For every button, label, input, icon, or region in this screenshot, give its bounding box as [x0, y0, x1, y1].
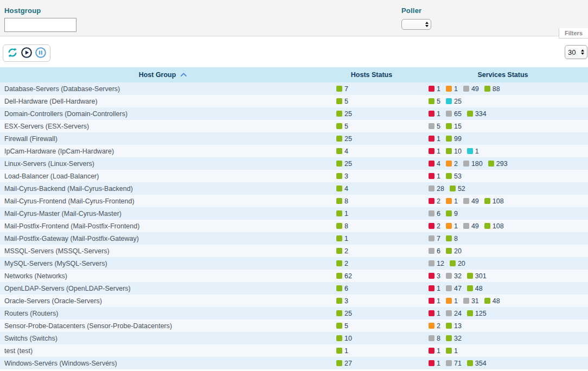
status-green[interactable]: 354	[467, 360, 487, 367]
hostgroup-name[interactable]: Database-Servers (Database-Servers)	[0, 85, 325, 93]
hostgroup-name[interactable]: Switchs (Switchs)	[0, 335, 325, 342]
hostgroup-name[interactable]: Mail-Postfix-Gateway (Mail-Postfix-Gatew…	[0, 235, 325, 242]
hostgroup-name[interactable]: Networks (Networks)	[0, 272, 325, 280]
hostgroup-name[interactable]: Mail-Cyrus-Master (Mail-Cyrus-Master)	[0, 210, 325, 218]
status-green[interactable]: 1	[336, 347, 348, 355]
status-red[interactable]: 1	[429, 110, 440, 118]
status-green[interactable]: 9	[446, 210, 458, 218]
hostgroup-name[interactable]: IpCam-Hardware (IpCam-Hardware)	[0, 148, 325, 155]
hostgroup-input[interactable]	[4, 18, 76, 32]
status-red[interactable]: 3	[429, 272, 440, 280]
status-green[interactable]: 5	[336, 123, 348, 130]
status-green[interactable]: 5	[336, 322, 348, 330]
status-orange[interactable]: 1	[446, 222, 458, 230]
status-green[interactable]: 4	[336, 185, 348, 193]
status-green[interactable]: 25	[336, 110, 352, 118]
hostgroup-name[interactable]: OpenLDAP-Servers (OpenLDAP-Servers)	[0, 285, 325, 292]
status-gray[interactable]: 49	[463, 197, 479, 205]
hostgroup-name[interactable]: Mail-Postfix-Frontend (Mail-Postfix-Fron…	[0, 222, 325, 230]
status-green[interactable]: 62	[336, 272, 352, 280]
status-green[interactable]: 13	[446, 322, 462, 330]
status-gray[interactable]: 47	[446, 285, 462, 292]
status-orange[interactable]: 1	[446, 85, 458, 93]
status-gray[interactable]: 12	[429, 260, 444, 267]
status-red[interactable]: 4	[429, 160, 440, 168]
hostgroup-name[interactable]: Windows-Servérs (Windows-Servérs)	[0, 360, 325, 367]
status-green[interactable]: 8	[336, 222, 348, 230]
play-button[interactable]	[20, 47, 33, 60]
status-green[interactable]: 20	[446, 247, 462, 255]
status-green[interactable]: 6	[336, 285, 348, 292]
status-orange[interactable]: 2	[429, 322, 440, 330]
hostgroup-name[interactable]: ESX-Servers (ESX-Servers)	[0, 123, 325, 130]
refresh-button[interactable]	[6, 47, 19, 60]
status-green[interactable]: 48	[467, 285, 483, 292]
status-gray[interactable]: 65	[446, 110, 462, 118]
filters-tab[interactable]: Filters	[559, 28, 588, 39]
status-green[interactable]: 5	[429, 98, 440, 105]
status-gray[interactable]: 6	[429, 247, 440, 255]
status-gray[interactable]: 7	[429, 235, 440, 242]
hostgroup-name[interactable]: MSSQL-Servers (MSSQL-Servers)	[0, 247, 325, 255]
hostgroup-name[interactable]: Routers (Routers)	[0, 310, 325, 317]
hostgroup-name[interactable]: Domain-Controllers (Domain-Controllers)	[0, 110, 325, 118]
status-red[interactable]: 1	[429, 148, 440, 155]
status-green[interactable]: 1	[336, 235, 348, 242]
column-header-services-status[interactable]: Services Status	[418, 71, 588, 79]
status-green[interactable]: 48	[484, 297, 500, 305]
hostgroup-name[interactable]: Mail-Cyrus-Backend (Mail-Cyrus-Backend)	[0, 185, 325, 193]
column-header-host-group[interactable]: Host Group	[0, 71, 325, 79]
status-gray[interactable]: 71	[446, 360, 462, 367]
status-green[interactable]: 10	[336, 335, 352, 342]
status-green[interactable]: 15	[446, 123, 462, 130]
status-gray[interactable]: 31	[463, 297, 479, 305]
hostgroup-name[interactable]: Firewall (Firewall)	[0, 135, 325, 143]
status-orange[interactable]: 1	[446, 197, 458, 205]
hostgroup-name[interactable]: Sensor-Probe-Datacenters (Sensor-Probe-D…	[0, 322, 325, 330]
status-gray[interactable]: 24	[446, 310, 462, 317]
status-red[interactable]: 1	[429, 310, 440, 317]
status-red[interactable]: 1	[429, 172, 440, 180]
status-green[interactable]: 108	[484, 197, 504, 205]
hostgroup-name[interactable]: Linux-Servers (Linux-Servers)	[0, 160, 325, 168]
hostgroup-name[interactable]: MySQL-Servers (MySQL-Servers)	[0, 260, 325, 267]
status-green[interactable]: 8	[336, 197, 348, 205]
status-gray[interactable]: 5	[429, 123, 440, 130]
status-green[interactable]: 3	[336, 172, 348, 180]
pause-button[interactable]	[34, 47, 47, 60]
status-green[interactable]: 2	[336, 247, 348, 255]
status-red[interactable]: 2	[429, 197, 440, 205]
status-green[interactable]: 5	[336, 98, 348, 105]
status-green[interactable]: 293	[488, 160, 508, 168]
status-gray[interactable]: 32	[446, 272, 462, 280]
hostgroup-name[interactable]: Mail-Cyrus-Frontend (Mail-Cyrus-Frontend…	[0, 197, 325, 205]
status-green[interactable]: 7	[336, 85, 348, 93]
status-green[interactable]: 25	[336, 160, 352, 168]
status-green[interactable]: 25	[336, 135, 352, 143]
status-gray[interactable]: 28	[429, 185, 444, 193]
status-green[interactable]: 32	[446, 335, 462, 342]
status-gray[interactable]: 180	[463, 160, 483, 168]
status-red[interactable]: 1	[429, 297, 440, 305]
column-header-hosts-status[interactable]: Hosts Status	[325, 71, 418, 79]
status-orange[interactable]: 2	[446, 160, 458, 168]
status-green[interactable]: 27	[336, 360, 352, 367]
status-green[interactable]: 53	[446, 172, 462, 180]
status-red[interactable]: 1	[429, 85, 440, 93]
status-gray[interactable]: 49	[463, 85, 479, 93]
status-green[interactable]: 99	[446, 135, 462, 143]
status-gray[interactable]: 49	[463, 222, 479, 230]
status-green[interactable]: 25	[336, 310, 352, 317]
status-green[interactable]: 1	[446, 347, 458, 355]
status-cyan[interactable]: 1	[467, 148, 479, 155]
status-green[interactable]: 3	[336, 297, 348, 305]
status-red[interactable]: 2	[429, 222, 440, 230]
status-green[interactable]: 20	[450, 260, 465, 267]
status-green[interactable]: 334	[467, 110, 487, 118]
status-green[interactable]: 1	[336, 210, 348, 218]
status-gray[interactable]: 6	[429, 210, 440, 218]
status-green[interactable]: 8	[446, 235, 458, 242]
status-gray[interactable]: 8	[429, 335, 440, 342]
status-red[interactable]: 1	[429, 347, 440, 355]
status-red[interactable]: 1	[429, 285, 440, 292]
